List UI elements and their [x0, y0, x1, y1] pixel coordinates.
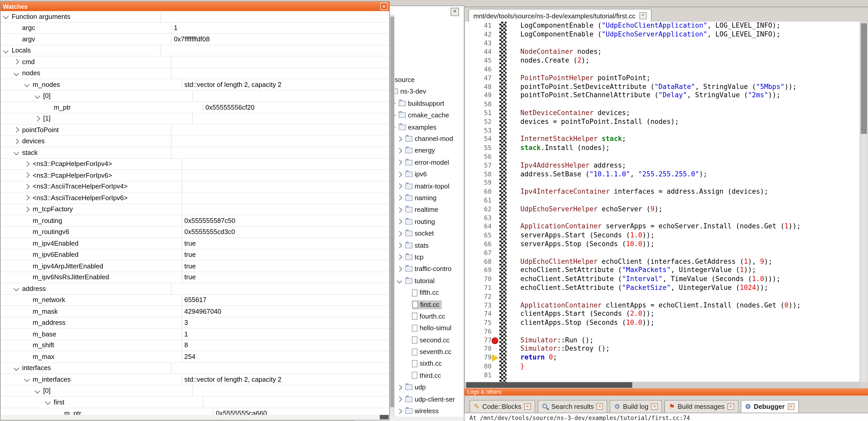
expand-arrow-icon[interactable] — [397, 183, 402, 189]
breakpoint-marker[interactable] — [492, 337, 498, 344]
watch-row[interactable]: <ns3::PcapHelperForIpv6> — [1, 170, 389, 181]
projects-horizontal-scrollbar[interactable] — [390, 417, 464, 421]
line-number[interactable]: 47 — [465, 74, 493, 83]
editor-tab-close-icon[interactable]: × — [639, 12, 647, 20]
expand-arrow-icon[interactable] — [397, 136, 402, 141]
watch-row[interactable]: <ns3::AsciiTraceHelperForIpv4> — [1, 181, 389, 193]
line-number[interactable]: 62 — [465, 205, 493, 214]
watch-row[interactable]: argv0x7fffffffdf08 — [1, 34, 389, 45]
line-number[interactable]: 65 — [465, 231, 493, 240]
expand-arrow-icon[interactable] — [35, 116, 40, 121]
line-number[interactable]: 75 — [465, 319, 493, 327]
watch-row[interactable]: devices — [1, 136, 389, 147]
expand-arrow-icon[interactable] — [397, 396, 402, 402]
line-number[interactable]: 60 — [465, 188, 493, 196]
editor-vertical-scrollbar[interactable] — [860, 22, 867, 382]
editor-tab-first-cc[interactable]: mnt/dev/tools/source/ns-3-dev/examples/t… — [468, 9, 652, 22]
watch-row[interactable]: argc1 — [1, 23, 389, 34]
watch-row[interactable]: cmd — [1, 56, 389, 68]
tab-build-log[interactable]: ⚙Build log× — [610, 400, 662, 413]
watch-row[interactable]: m_shift8 — [1, 340, 389, 351]
tab-close-icon[interactable]: × — [524, 403, 531, 410]
watch-row[interactable]: address — [1, 283, 389, 295]
line-number[interactable]: 59 — [465, 179, 493, 188]
watch-row[interactable]: nodes — [1, 68, 389, 79]
line-number[interactable]: 76 — [465, 327, 493, 336]
line-number[interactable]: 64 — [465, 223, 493, 231]
expand-arrow-icon[interactable] — [24, 195, 30, 201]
watch-row[interactable]: first — [1, 397, 389, 408]
line-number[interactable]: 43 — [465, 39, 493, 48]
collapse-arrow-icon[interactable] — [3, 48, 8, 53]
watch-row[interactable]: m_address3 — [1, 317, 389, 329]
line-number[interactable]: 51 — [465, 109, 493, 118]
line-number[interactable]: 79 — [465, 354, 493, 362]
marker-margin[interactable] — [499, 22, 507, 382]
expand-arrow-icon[interactable] — [397, 207, 402, 213]
expand-arrow-icon[interactable] — [397, 231, 402, 236]
expand-arrow-icon[interactable] — [14, 59, 19, 64]
expand-arrow-icon[interactable] — [397, 242, 402, 248]
expand-arrow-icon[interactable] — [397, 148, 402, 153]
watch-row[interactable]: <ns3::AsciiTraceHelperForIpv6> — [1, 192, 389, 204]
line-number[interactable]: 45 — [465, 57, 493, 65]
watch-row[interactable]: m_ptr0x55555556cf20 — [1, 102, 389, 113]
watch-row[interactable]: m_ipv4Enabledtrue — [1, 238, 389, 249]
expand-arrow-icon[interactable] — [24, 206, 30, 212]
expand-arrow-icon[interactable] — [14, 138, 19, 144]
expand-arrow-icon[interactable] — [397, 195, 402, 201]
watch-row[interactable]: stack — [1, 147, 389, 159]
watches-titlebar[interactable]: Watches × — [1, 2, 389, 11]
projects-close-button[interactable]: × — [451, 8, 459, 16]
watch-row[interactable]: m_ipv4ArpJitterEnabledtrue — [1, 261, 389, 272]
collapse-arrow-icon[interactable] — [397, 278, 402, 284]
watch-row[interactable]: m_network655617 — [1, 295, 389, 306]
watch-row[interactable]: pointToPoint — [1, 124, 389, 136]
line-number[interactable]: 54 — [465, 135, 493, 144]
collapse-arrow-icon[interactable] — [14, 365, 19, 371]
line-number[interactable]: 41 — [465, 22, 493, 30]
expand-arrow-icon[interactable] — [24, 184, 30, 189]
projects-vertical-scrollbar[interactable] — [390, 14, 395, 417]
line-number[interactable]: 80 — [465, 362, 493, 371]
tab-close-icon[interactable]: × — [787, 403, 794, 410]
line-number[interactable]: 56 — [465, 153, 493, 161]
watch-row[interactable]: Function arguments — [1, 11, 389, 23]
scrollbar-thumb[interactable] — [466, 382, 632, 388]
tab-code-blocks[interactable]: ✎Code::Blocks× — [469, 400, 535, 413]
watch-row[interactable]: m_nodesstd::vector of length 2, capacity… — [1, 79, 389, 91]
tab-close-icon[interactable]: × — [727, 403, 734, 410]
watch-row[interactable]: m_interfacesstd::vector of length 2, cap… — [1, 374, 389, 385]
tab-close-icon[interactable]: × — [596, 403, 603, 410]
watch-row[interactable]: [0] — [1, 91, 389, 102]
scrollbar-thumb[interactable] — [380, 415, 389, 419]
collapse-arrow-icon[interactable] — [45, 399, 51, 405]
watches-close-button[interactable]: × — [380, 3, 388, 10]
expand-arrow-icon[interactable] — [397, 160, 402, 165]
watch-row[interactable]: m_max254 — [1, 351, 389, 362]
expand-arrow-icon[interactable] — [397, 385, 402, 390]
line-number[interactable]: 70 — [465, 275, 493, 284]
line-number[interactable]: 78 — [465, 345, 493, 354]
line-number[interactable]: 72 — [465, 292, 493, 301]
line-number[interactable]: 53 — [465, 126, 493, 135]
collapse-arrow-icon[interactable] — [14, 70, 19, 76]
watch-row[interactable]: m_ipv6Enabledtrue — [1, 249, 389, 261]
expand-arrow-icon[interactable] — [397, 408, 402, 414]
line-number[interactable]: 68 — [465, 258, 493, 266]
scrollbar-thumb[interactable] — [390, 17, 394, 407]
line-number[interactable]: 44 — [465, 48, 493, 57]
line-number[interactable]: 77 — [465, 336, 493, 345]
line-number[interactable]: 52 — [465, 118, 493, 126]
expand-arrow-icon[interactable] — [397, 219, 402, 224]
expand-arrow-icon[interactable] — [24, 161, 30, 166]
watch-row[interactable]: Locals — [1, 45, 389, 56]
line-number[interactable]: 69 — [465, 266, 493, 275]
line-number[interactable]: 74 — [465, 310, 493, 319]
expand-arrow-icon[interactable] — [397, 266, 402, 272]
code-editor[interactable]: 41LogComponentEnable ("UdpEchoClientAppl… — [465, 22, 860, 382]
expand-arrow-icon[interactable] — [14, 127, 19, 133]
scrollbar-thumb[interactable] — [861, 23, 867, 134]
collapse-arrow-icon[interactable] — [35, 388, 40, 393]
watch-row[interactable]: m_routing0x555555587c50 — [1, 215, 389, 227]
